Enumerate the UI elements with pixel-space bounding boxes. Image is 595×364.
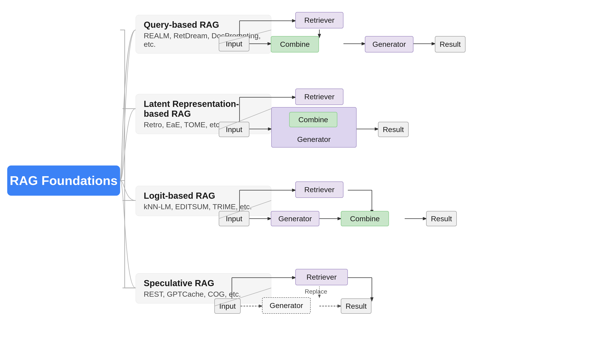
d1-combine: Combine <box>271 36 319 52</box>
d4-replace-label: Replace <box>305 288 327 295</box>
category-latent-based-title: Latent Representation-based RAG <box>144 99 263 119</box>
category-speculative-subtitle: REST, GPTCache, COG, etc. <box>144 290 263 298</box>
d1-generator: Generator <box>365 36 413 52</box>
d4-input: Input <box>214 298 241 314</box>
d3-input: Input <box>219 211 249 226</box>
category-speculative-title: Speculative RAG <box>144 278 263 288</box>
category-logit-based-subtitle: kNN-LM, EDITSUM, TRIME, etc. <box>144 203 263 211</box>
category-logit-based: Logit-based RAG kNN-LM, EDITSUM, TRIME, … <box>136 186 271 216</box>
rag-foundations-box: RAG Foundations <box>7 166 120 196</box>
d4-retriever: Retriever <box>295 269 348 285</box>
d2-combine: Combine <box>289 112 337 127</box>
d1-result-label: Result <box>438 40 463 49</box>
d2-generator-combine-box: Combine Generator <box>271 107 357 147</box>
d3-result: Result <box>426 211 457 226</box>
d2-retriever: Retriever <box>295 89 343 105</box>
d1-input-label: Input <box>224 40 245 48</box>
d1-retriever-label: Retriever <box>302 16 337 24</box>
d2-retriever-label: Retriever <box>302 92 337 101</box>
d4-generator-label: Generator <box>267 301 305 310</box>
d4-generator: Generator <box>262 297 311 314</box>
d3-generator-label: Generator <box>276 214 314 223</box>
d2-result: Result <box>378 122 409 137</box>
category-query-based: Query-based RAG REALM, RetDream, DocProm… <box>136 15 271 54</box>
category-query-based-title: Query-based RAG <box>144 20 263 30</box>
d4-result: Result <box>341 298 371 314</box>
d4-input-label: Input <box>217 302 238 310</box>
d3-result-label: Result <box>429 214 454 223</box>
category-logit-based-title: Logit-based RAG <box>144 191 263 201</box>
d4-result-label: Result <box>343 302 369 310</box>
d3-combine: Combine <box>341 211 389 226</box>
d3-retriever-label: Retriever <box>302 185 337 194</box>
d2-input-label: Input <box>224 125 245 134</box>
d2-generator-label-text: Generator <box>272 135 356 144</box>
d2-result-label: Result <box>381 125 406 134</box>
d1-combine-label: Combine <box>278 40 312 49</box>
d1-result: Result <box>435 36 466 52</box>
d3-retriever: Retriever <box>295 182 343 198</box>
category-speculative: Speculative RAG REST, GPTCache, COG, etc… <box>136 273 271 303</box>
d2-input: Input <box>219 122 249 137</box>
d3-input-label: Input <box>224 214 245 223</box>
d1-retriever: Retriever <box>295 12 343 28</box>
rag-foundations-title: RAG Foundations <box>10 173 118 188</box>
d4-retriever-label: Retriever <box>304 273 339 281</box>
main-container: RAG Foundations Query-based RAG REALM, R… <box>0 0 595 364</box>
d3-combine-label: Combine <box>348 214 382 223</box>
d2-combine-label: Combine <box>296 115 330 124</box>
d1-generator-label: Generator <box>370 40 408 49</box>
category-latent-based: Latent Representation-based RAG Retro, E… <box>136 94 271 134</box>
d1-input: Input <box>219 36 249 51</box>
d3-generator: Generator <box>271 211 319 226</box>
